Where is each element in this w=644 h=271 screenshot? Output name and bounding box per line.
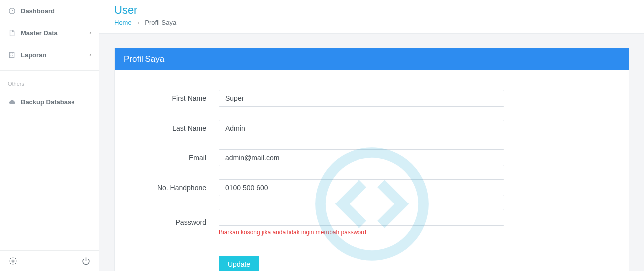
sidebar: Dashboard Master Data ‹ Laporan ‹ Others…: [0, 0, 99, 271]
sidebar-footer: [0, 250, 99, 271]
svg-line-1: [12, 10, 13, 11]
card-title: Profil Saya: [115, 48, 629, 70]
password-label: Password: [135, 218, 219, 226]
last-name-input[interactable]: [219, 120, 504, 136]
breadcrumb-separator: ›: [137, 19, 139, 26]
sidebar-item-label: Backup Database: [21, 98, 74, 106]
main-content: User Home › Profil Saya Profil Saya: [99, 0, 644, 271]
chevron-left-icon: ‹: [89, 30, 91, 36]
chevron-left-icon: ‹: [89, 52, 91, 58]
gear-icon[interactable]: [9, 257, 17, 265]
first-name-label: First Name: [135, 94, 219, 102]
profile-card: Profil Saya First Name: [114, 48, 629, 271]
phone-label: No. Handphone: [135, 184, 219, 192]
svg-rect-4: [12, 53, 13, 54]
sidebar-item-backup-database[interactable]: Backup Database: [0, 91, 99, 113]
last-name-label: Last Name: [135, 124, 219, 132]
divider: [0, 70, 99, 71]
power-icon[interactable]: [82, 257, 90, 265]
breadcrumb-home[interactable]: Home: [114, 19, 132, 26]
cloud-icon: [8, 98, 16, 106]
breadcrumb-current: Profil Saya: [145, 19, 176, 26]
email-input[interactable]: [219, 149, 504, 166]
email-label: Email: [135, 154, 219, 162]
svg-point-9: [320, 153, 423, 256]
speedometer-icon: [8, 7, 16, 15]
svg-rect-5: [11, 55, 11, 55]
svg-rect-6: [12, 55, 13, 55]
svg-point-7: [12, 260, 14, 262]
update-button[interactable]: Update: [219, 256, 259, 271]
file-icon: [8, 29, 16, 37]
sidebar-item-dashboard[interactable]: Dashboard: [0, 0, 99, 22]
sidebar-item-master-data[interactable]: Master Data ‹: [0, 22, 99, 44]
building-icon: [8, 51, 16, 59]
page-title: User: [114, 4, 629, 17]
svg-rect-3: [11, 53, 11, 54]
phone-input[interactable]: [219, 179, 504, 196]
breadcrumb: Home › Profil Saya: [114, 19, 629, 26]
sidebar-item-label: Laporan: [21, 51, 46, 59]
password-input[interactable]: [219, 209, 504, 226]
first-name-input[interactable]: [219, 90, 504, 107]
sidebar-item-label: Dashboard: [21, 7, 55, 15]
sidebar-item-laporan[interactable]: Laporan ‹: [0, 44, 99, 66]
svg-rect-2: [9, 52, 14, 58]
sidebar-item-label: Master Data: [21, 29, 58, 37]
page-header: User Home › Profil Saya: [99, 0, 644, 34]
sidebar-section-label: Others: [0, 74, 99, 91]
password-help-text: Biarkan kosong jika anda tidak ingin mer…: [219, 229, 504, 236]
